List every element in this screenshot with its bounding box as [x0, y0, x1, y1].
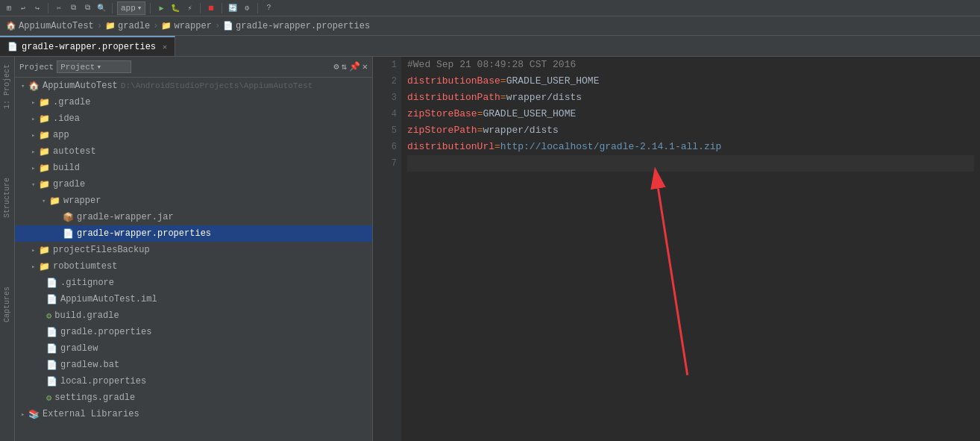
- breadcrumb-project[interactable]: 🏠 AppiumAutoTest: [6, 21, 94, 31]
- tree-item-iml[interactable]: 📄 AppiumAutoTest.iml: [15, 291, 372, 307]
- structure-panel-tab[interactable]: Structure: [1, 173, 13, 222]
- side-tab-strip: 1: Project Structure Captures: [0, 57, 15, 441]
- debug-icon[interactable]: 🐛: [169, 2, 181, 14]
- tree-arrow-build: ▸: [31, 164, 39, 172]
- breadcrumb-file[interactable]: 📄 gradle-wrapper.properties: [223, 21, 370, 31]
- tree-arrow-idea: ▸: [31, 115, 39, 123]
- tree-arrow-root: ▾: [21, 82, 28, 90]
- breadcrumb: 🏠 AppiumAutoTest › 📁 gradle › 📁 wrapper …: [0, 16, 980, 36]
- sidebar-gear-icon[interactable]: ⚙: [333, 61, 339, 72]
- tree-item-local-props[interactable]: 📄 local.properties: [15, 373, 372, 390]
- project-panel-tab[interactable]: 1: Project: [1, 60, 13, 113]
- folder-icon-autotest: 📁: [39, 146, 50, 157]
- tree-label-gradle-hidden: .gradle: [53, 97, 90, 107]
- main-layout: 1: Project Structure Captures Project Pr…: [0, 57, 980, 441]
- toolbar-icon-3[interactable]: ↪: [31, 2, 43, 14]
- gradle-folder-icon: 📁: [105, 21, 116, 31]
- chevron-down-icon: ▾: [137, 3, 142, 13]
- tree-label-wrapper: wrapper: [63, 196, 101, 206]
- stop-icon[interactable]: ⏹: [205, 2, 217, 14]
- tree-arrow-external-libs: ▸: [21, 410, 28, 419]
- tree-label-gradlew: gradlew: [60, 343, 98, 354]
- toolbar-icon-6[interactable]: ⧉: [81, 2, 93, 14]
- tree-item-app[interactable]: ▸ 📁 app: [15, 127, 372, 143]
- run-coverage-icon[interactable]: ⚡: [183, 2, 195, 14]
- editor-lines[interactable]: #Wed Sep 21 08:49:28 CST 2016 distributi…: [401, 57, 980, 441]
- tree-item-build-gradle[interactable]: ⚙ build.gradle: [15, 307, 372, 324]
- tree-item-gradlew[interactable]: 📄 gradlew: [15, 340, 372, 357]
- sidebar-close-icon[interactable]: ✕: [362, 61, 368, 72]
- file-tab-properties[interactable]: 📄 gradle-wrapper.properties ✕: [0, 36, 175, 56]
- tab-close-button[interactable]: ✕: [163, 43, 167, 51]
- gradle-file-icon: ⚙: [46, 310, 51, 322]
- settings-icon[interactable]: ⚙: [241, 2, 253, 14]
- sidebar-panel-title: Project: [19, 63, 54, 72]
- editor-line-3: distributionPath=wrapper/dists: [407, 90, 974, 106]
- toolbar-icon-5[interactable]: ⧉: [67, 2, 79, 14]
- line6-eq: =: [494, 141, 500, 152]
- toolbar-icon-2[interactable]: ↩: [17, 2, 29, 14]
- tree-item-external-libs[interactable]: ▸ 📚 External Libraries: [15, 406, 372, 422]
- wrapper-folder-icon: 📁: [161, 21, 172, 31]
- editor-line-7: [407, 155, 974, 172]
- gradle-props-icon: 📄: [46, 327, 57, 338]
- toolbar-icon-4[interactable]: ✂: [53, 2, 65, 14]
- editor-line-1: #Wed Sep 21 08:49:28 CST 2016: [407, 57, 974, 73]
- line6-key: distributionUrl: [407, 141, 494, 152]
- tree-item-backup[interactable]: ▸ 📁 projectFilesBackup: [15, 242, 372, 258]
- toolbar-icon-7[interactable]: 🔍: [95, 2, 107, 14]
- tree-item-gradle-hidden[interactable]: ▸ 📁 .gradle: [15, 94, 372, 110]
- breadcrumb-wrapper[interactable]: 📁 wrapper: [161, 21, 211, 31]
- line4-key: zipStoreBase: [407, 108, 477, 119]
- line3-key: distributionPath: [407, 92, 500, 103]
- breadcrumb-sep-2: ›: [153, 21, 158, 31]
- app-dropdown[interactable]: app ▾: [117, 1, 145, 15]
- breadcrumb-wrapper-label: wrapper: [174, 21, 211, 31]
- help-icon[interactable]: ?: [263, 2, 274, 14]
- tree-item-wrapper[interactable]: ▾ 📁 wrapper: [15, 193, 372, 209]
- toolbar-icon-1[interactable]: ⊞: [3, 2, 15, 14]
- tree-label-robotium: robotiumtest: [53, 261, 117, 272]
- run-icon[interactable]: ▶: [155, 2, 167, 14]
- sync-icon[interactable]: 🔄: [227, 2, 239, 14]
- tree-label-build: build: [53, 163, 80, 173]
- breadcrumb-sep-3: ›: [215, 21, 220, 31]
- sidebar-pin-icon[interactable]: 📌: [349, 61, 360, 72]
- editor-content[interactable]: 1 2 3 4 5 6 7 #Wed Sep 21 08:49:28 CST 2…: [373, 57, 980, 441]
- folder-icon-wrapper: 📁: [49, 196, 60, 207]
- toolbar-sep-4: [200, 3, 201, 13]
- bat-icon: 📄: [46, 360, 57, 371]
- tree-item-idea[interactable]: ▸ 📁 .idea: [15, 110, 372, 127]
- tree-label-app: app: [53, 130, 69, 140]
- editor-area: 1 2 3 4 5 6 7 #Wed Sep 21 08:49:28 CST 2…: [373, 57, 980, 441]
- tree-item-root[interactable]: ▾ 🏠 AppiumAutoTest D:\AndroidStudioProje…: [15, 78, 372, 94]
- breadcrumb-gradle[interactable]: 📁 gradle: [105, 21, 150, 31]
- breadcrumb-sep-1: ›: [97, 21, 102, 31]
- tree-item-gitignore[interactable]: 📄 .gitignore: [15, 275, 372, 291]
- tree-arrow-app: ▸: [31, 131, 39, 140]
- captures-panel-tab[interactable]: Captures: [1, 282, 13, 327]
- local-props-icon: 📄: [46, 376, 57, 387]
- tree-label-autotest: autotest: [53, 146, 96, 157]
- sidebar-view-dropdown[interactable]: Project ▾: [57, 60, 131, 73]
- sidebar-header-icons: ⚙ ⇅ 📌 ✕: [333, 61, 368, 72]
- tree-item-robotium[interactable]: ▸ 📁 robotiumtest: [15, 258, 372, 275]
- tree-label-build-gradle: build.gradle: [54, 310, 119, 321]
- tree-item-build[interactable]: ▸ 📁 build: [15, 160, 372, 176]
- project-root-icon: 🏠: [28, 81, 40, 92]
- tree-item-autotest[interactable]: ▸ 📁 autotest: [15, 143, 372, 160]
- tree-item-properties[interactable]: 📄 gradle-wrapper.properties: [15, 225, 372, 242]
- tree-item-jar[interactable]: 📦 gradle-wrapper.jar: [15, 209, 372, 225]
- tree-item-gradle-props[interactable]: 📄 gradle.properties: [15, 324, 372, 340]
- editor-line-2: distributionBase=GRADLE_USER_HOME: [407, 73, 974, 90]
- sidebar-sort-icon[interactable]: ⇅: [342, 61, 347, 72]
- line2-key: distributionBase: [407, 75, 500, 87]
- tree-item-gradlew-bat[interactable]: 📄 gradlew.bat: [15, 357, 372, 373]
- tree-item-settings-gradle[interactable]: ⚙ settings.gradle: [15, 390, 372, 406]
- file-tab-bar: 📄 gradle-wrapper.properties ✕: [0, 36, 980, 57]
- tree-arrow-gradle-hidden: ▸: [31, 98, 39, 107]
- line5-val: wrapper/dists: [483, 125, 558, 136]
- tree-item-gradle-folder[interactable]: ▾ 📁 gradle: [15, 176, 372, 193]
- toolbar: ⊞ ↩ ↪ ✂ ⧉ ⧉ 🔍 app ▾ ▶ 🐛 ⚡ ⏹ 🔄 ⚙ ?: [0, 0, 980, 16]
- toolbar-sep-6: [257, 3, 258, 13]
